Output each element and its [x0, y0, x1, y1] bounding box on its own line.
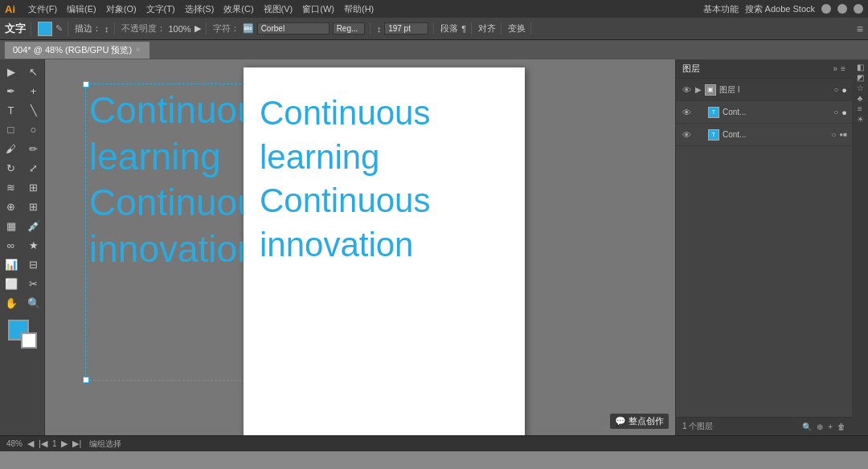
- handle-top-left[interactable]: [83, 81, 89, 88]
- window-maximize[interactable]: [837, 4, 847, 14]
- scale-tool[interactable]: ⤢: [23, 159, 44, 177]
- select-tool[interactable]: ▶: [1, 63, 22, 80]
- brush-tool[interactable]: 🖌: [1, 140, 22, 157]
- fill-color-swatch[interactable]: [38, 22, 52, 36]
- handle-bottom-left[interactable]: [83, 377, 89, 383]
- pencil-tool[interactable]: ✏: [23, 140, 44, 157]
- toolbox: ▶ ↖ ✒ + T ╲ □ ○ 🖌 ✏ ↻ ⤢ ≋ ⊞ ⊕ ⊞: [0, 59, 45, 435]
- zoom-tool[interactable]: 🔍: [23, 294, 44, 312]
- toolbar: 文字 ✎ 描边： ↕ 不透明度： 100% ▶ 字符： 🔤 ↕ 段落 ¶ 对齐 …: [0, 18, 868, 40]
- blend-tool[interactable]: ∞: [1, 236, 22, 254]
- scissors-tool[interactable]: ✂: [23, 275, 44, 292]
- menu-item-help[interactable]: 帮助(H): [344, 3, 374, 15]
- layer1-lock-icon[interactable]: ○: [833, 108, 838, 116]
- new-layer-icon[interactable]: +: [828, 422, 833, 431]
- far-right-icon-6[interactable]: ☀: [857, 115, 864, 124]
- document-tab[interactable]: 004* @ 48% (RGB/GPU 预览) ✕: [5, 42, 149, 59]
- layer-group-expand-icon[interactable]: ▶: [695, 85, 702, 94]
- direct-select-tool[interactable]: ↖: [23, 63, 44, 80]
- stock-search[interactable]: 搜索 Adobe Stock: [745, 3, 815, 15]
- layer1-visibility-icon[interactable]: 👁: [681, 108, 692, 117]
- ellipse-tool[interactable]: ○: [23, 120, 44, 138]
- eraser-tool[interactable]: ⬜: [1, 275, 22, 292]
- workspace-switcher[interactable]: 基本功能: [703, 3, 739, 15]
- pen-tool[interactable]: ✒: [1, 82, 22, 100]
- make-clipping-mask-icon[interactable]: 🔍: [802, 422, 812, 431]
- hand-tool[interactable]: ✋: [1, 294, 22, 312]
- artboard-text-content: Continuous learning Continuous innovatio…: [260, 92, 509, 267]
- menu-item-text[interactable]: 文字(T): [146, 3, 175, 15]
- menu-item-edit[interactable]: 编辑(E): [67, 3, 96, 15]
- shape-builder-tool[interactable]: ⊕: [1, 198, 22, 215]
- layer-group-name: 图层 I: [719, 84, 830, 96]
- free-transform-tool[interactable]: ⊞: [23, 178, 44, 196]
- menu-item-object[interactable]: 对象(O): [106, 3, 137, 15]
- line-tool[interactable]: ╲: [23, 101, 44, 119]
- rect-tool[interactable]: □: [1, 120, 22, 138]
- window-close[interactable]: [854, 4, 863, 14]
- far-right-icon-5[interactable]: ≡: [858, 104, 862, 113]
- tool-label: 文字: [5, 22, 26, 36]
- background-color[interactable]: [21, 332, 37, 349]
- font-icon: 🔤: [243, 23, 254, 34]
- menu-item-file[interactable]: 文件(F): [28, 3, 57, 15]
- fg-bg-colors[interactable]: [8, 320, 37, 349]
- far-right-icon-2[interactable]: ◩: [857, 73, 864, 82]
- panel-toggle[interactable]: ≡: [857, 22, 863, 35]
- tab-close-btn[interactable]: ✕: [135, 46, 141, 54]
- font-name-input[interactable]: [257, 22, 330, 35]
- symbol-tool[interactable]: ★: [23, 236, 44, 254]
- opacity-value[interactable]: 100%: [169, 24, 191, 34]
- layer-group-lock-icon[interactable]: ○: [833, 85, 838, 94]
- type-tool[interactable]: T: [1, 101, 22, 119]
- layer-2-row[interactable]: 👁 T Cont... ○ ●■: [676, 124, 852, 146]
- right-text-line2: learning: [260, 138, 379, 176]
- warp-tool[interactable]: ≋: [1, 178, 22, 196]
- layer-group-row[interactable]: 👁 ▶ ▣ 图层 I ○ ●: [676, 79, 852, 101]
- align-label: 对齐: [478, 22, 496, 35]
- add-anchor-tool[interactable]: +: [23, 82, 44, 100]
- mesh-tool[interactable]: ⊞: [23, 198, 44, 215]
- rotate-tool[interactable]: ↻: [1, 159, 22, 177]
- font-style-input[interactable]: [333, 22, 365, 35]
- nav-prev-btn[interactable]: ◀: [27, 438, 34, 449]
- stroke-arrow-icon: ↕: [104, 24, 109, 34]
- layers-panel-title: 图层: [682, 63, 700, 75]
- far-right-strip: ◧ ◩ ☆ ♣ ≡ ☀: [852, 59, 868, 435]
- menu-item-select[interactable]: 选择(S): [185, 3, 215, 15]
- color-tools: [8, 320, 37, 349]
- right-text-line4: innovation: [260, 226, 413, 263]
- menu-item-window[interactable]: 窗口(W): [302, 3, 334, 15]
- bar-chart-tool[interactable]: 📊: [1, 255, 22, 273]
- layer1-target-icon[interactable]: ●: [841, 108, 847, 117]
- far-right-icon-1[interactable]: ◧: [857, 63, 864, 71]
- layer-group-target-icon[interactable]: ●: [841, 85, 847, 95]
- layer-group-visibility-icon[interactable]: 👁: [681, 85, 692, 95]
- layer-count: 1 个图层: [682, 421, 713, 432]
- window-minimize[interactable]: [821, 4, 831, 14]
- far-right-icon-3[interactable]: ☆: [857, 84, 864, 92]
- menu-item-effect[interactable]: 效果(C): [223, 3, 253, 15]
- nav-next-btn[interactable]: ▶: [61, 438, 68, 449]
- opacity-arrow[interactable]: ▶: [194, 23, 201, 34]
- far-right-icon-4[interactable]: ♣: [858, 94, 863, 103]
- page-number[interactable]: 1: [52, 439, 57, 448]
- menu-item-view[interactable]: 视图(V): [264, 3, 293, 15]
- canvas-area: Continuous learning Continuous innovatio…: [45, 59, 675, 435]
- layer2-lock-icon[interactable]: ○: [831, 130, 836, 139]
- zoom-level[interactable]: 48%: [6, 439, 23, 448]
- panel-expand-icon[interactable]: »: [833, 64, 838, 73]
- slice-tool[interactable]: ⊟: [23, 255, 44, 273]
- eyedropper-tool[interactable]: 💉: [23, 217, 44, 234]
- panel-menu-icon[interactable]: ≡: [841, 64, 845, 73]
- delete-layer-icon[interactable]: 🗑: [837, 422, 845, 431]
- new-sublayer-icon[interactable]: ⊕: [817, 422, 823, 431]
- nav-first-btn[interactable]: |◀: [39, 438, 47, 449]
- gradient-tool[interactable]: ▦: [1, 217, 22, 234]
- layer2-visibility-icon[interactable]: 👁: [681, 130, 692, 140]
- layer2-target-icon[interactable]: ●■: [839, 131, 847, 138]
- nav-last-btn[interactable]: ▶|: [72, 438, 81, 449]
- layer-1-row[interactable]: 👁 T Cont... ○ ●: [676, 101, 852, 124]
- font-size-input[interactable]: [384, 22, 428, 35]
- layer1-name: Cont...: [723, 108, 830, 116]
